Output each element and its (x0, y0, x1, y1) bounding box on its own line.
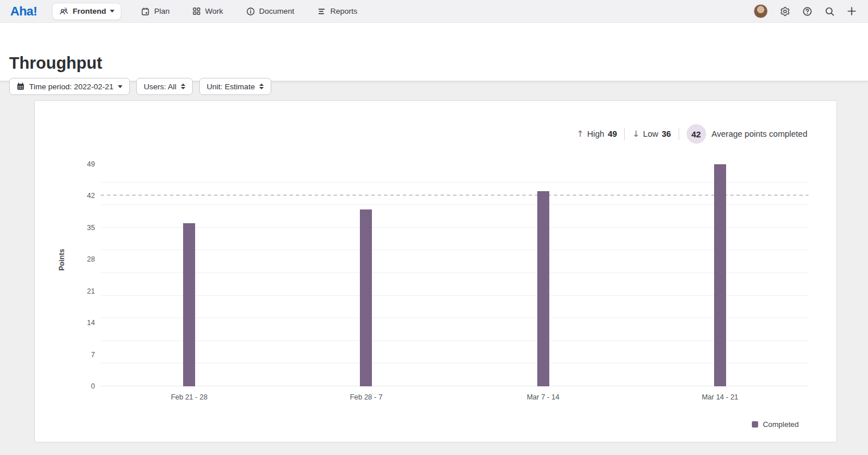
up-down-icon (181, 84, 185, 89)
workspace-name: Frontend (73, 7, 106, 15)
average-stat: 42 Average points completed (687, 124, 807, 144)
nav-item-work[interactable]: Work (192, 7, 223, 15)
x-axis-labels: Feb 21 - 28Feb 28 - 7Mar 7 - 14Mar 14 - … (101, 390, 808, 401)
gridline (101, 386, 808, 386)
average-badge: 42 (687, 124, 706, 144)
report-lines-icon (317, 7, 326, 16)
arrow-up-icon: ↑ (577, 129, 584, 139)
bar-mar-7-14[interactable] (537, 191, 549, 386)
y-tick-label: 42 (87, 191, 95, 200)
aha-logo[interactable]: Aha! (10, 4, 37, 19)
filter-bar: Time period: 2022-02-21 Users: All Unit:… (9, 78, 271, 95)
page-title: Throughput (9, 54, 102, 73)
bar-feb-21-28[interactable] (183, 223, 195, 386)
calendar-icon (17, 82, 25, 90)
gridline (101, 250, 808, 250)
bar-feb-28-7[interactable] (360, 209, 372, 386)
high-stat: ↑ High 49 (577, 129, 617, 139)
gridline (101, 182, 808, 183)
gridline (101, 318, 808, 318)
chart-card: ↑ High 49 ↓ Low 36 42 Average points com… (34, 100, 837, 442)
legend-label: Completed (763, 420, 799, 429)
x-tick-label: Feb 21 - 28 (101, 393, 278, 401)
content-area: ↑ High 49 ↓ Low 36 42 Average points com… (0, 81, 868, 455)
nav-item-label: Plan (154, 7, 169, 15)
low-label: Low (643, 129, 659, 139)
gridline (101, 295, 808, 296)
y-axis-labels: 07142128354249 (35, 155, 95, 386)
low-value: 36 (661, 129, 671, 139)
gridline (101, 341, 808, 341)
nav-item-plan[interactable]: Plan (141, 7, 169, 16)
divider (624, 128, 625, 140)
user-avatar[interactable] (754, 4, 768, 18)
nav-item-label: Reports (330, 7, 357, 15)
up-down-icon (259, 84, 264, 89)
arrow-down-icon: ↓ (632, 129, 640, 139)
help-icon[interactable] (802, 6, 812, 17)
x-tick-label: Mar 14 - 21 (632, 393, 808, 401)
x-tick-label: Feb 28 - 7 (278, 393, 454, 401)
users-filter[interactable]: Users: All (136, 78, 193, 95)
low-stat: ↓ Low 36 (632, 129, 671, 139)
plot-area (101, 155, 808, 386)
gear-icon[interactable] (780, 6, 790, 17)
info-icon (246, 7, 255, 16)
high-value: 49 (608, 129, 617, 139)
grid-icon (192, 7, 201, 15)
calendar-icon (141, 7, 150, 16)
nav-menu: Plan Work Document (141, 7, 357, 16)
time-period-filter-label: Time period: 2022-02-21 (29, 82, 113, 91)
search-icon[interactable] (825, 6, 835, 17)
nav-item-reports[interactable]: Reports (317, 7, 357, 16)
nav-item-label: Document (259, 7, 295, 15)
y-tick-label: 21 (87, 287, 95, 296)
nav-item-label: Work (205, 7, 223, 15)
y-tick-label: 49 (87, 160, 95, 169)
high-label: High (587, 129, 604, 139)
gridline (101, 363, 808, 363)
gridline (101, 227, 808, 228)
top-navbar: Aha! Frontend Plan (0, 0, 868, 23)
unit-filter-label: Unit: Estimate (207, 82, 255, 91)
gridline (101, 204, 808, 205)
legend-swatch (752, 421, 758, 428)
page-header: Throughput Time period: 2022-02-21 Users… (0, 23, 868, 81)
y-tick-label: 35 (87, 223, 95, 232)
chevron-down-icon (110, 10, 114, 13)
gridline (101, 272, 808, 273)
average-line (101, 195, 808, 196)
y-tick-label: 7 (91, 350, 95, 359)
plus-icon[interactable] (847, 6, 857, 16)
y-tick-label: 14 (87, 318, 95, 327)
bar-mar-14-21[interactable] (714, 164, 726, 386)
divider (679, 128, 679, 140)
chart-stats: ↑ High 49 ↓ Low 36 42 Average points com… (577, 124, 807, 144)
users-filter-label: Users: All (144, 82, 176, 91)
unit-filter[interactable]: Unit: Estimate (199, 78, 271, 95)
average-label: Average points completed (712, 129, 807, 139)
nav-item-document[interactable]: Document (246, 7, 295, 16)
time-period-filter[interactable]: Time period: 2022-02-21 (9, 78, 130, 95)
x-tick-label: Mar 7 - 14 (455, 393, 632, 401)
workspace-selector[interactable]: Frontend (52, 3, 122, 20)
users-icon (59, 6, 69, 16)
y-tick-label: 28 (87, 255, 95, 264)
chevron-down-icon (118, 85, 122, 88)
y-tick-label: 0 (91, 382, 95, 391)
nav-right-icons (754, 4, 857, 18)
legend-item-completed[interactable]: Completed (752, 420, 799, 429)
